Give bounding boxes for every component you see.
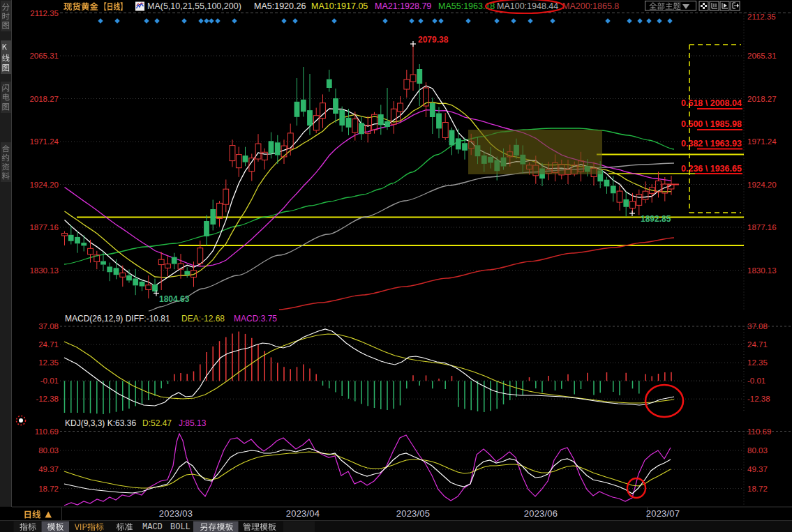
svg-text:110.69: 110.69 bbox=[747, 427, 771, 436]
svg-text:1971.24: 1971.24 bbox=[29, 137, 59, 146]
svg-text:1892.85: 1892.85 bbox=[641, 214, 671, 224]
svg-text:MA100:1948.44: MA100:1948.44 bbox=[497, 1, 558, 11]
svg-text:1830.13: 1830.13 bbox=[747, 266, 777, 275]
svg-text:J:85.13: J:85.13 bbox=[179, 418, 207, 428]
svg-text:2018.27: 2018.27 bbox=[29, 95, 59, 103]
svg-text:1971.24: 1971.24 bbox=[747, 137, 777, 146]
svg-text:1830.13: 1830.13 bbox=[29, 266, 59, 275]
svg-text:MACD(26,12,9) DIFF:-10.81: MACD(26,12,9) DIFF:-10.81 bbox=[65, 314, 170, 324]
svg-text:1877.16: 1877.16 bbox=[29, 223, 59, 231]
svg-text:18.72: 18.72 bbox=[747, 485, 768, 493]
svg-text:D:52.47: D:52.47 bbox=[142, 418, 172, 428]
svg-text:80.03: 80.03 bbox=[747, 446, 768, 455]
svg-text:MACD:3.75: MACD:3.75 bbox=[234, 314, 277, 324]
svg-text:MA200:1865.8: MA200:1865.8 bbox=[562, 1, 619, 11]
svg-text:2112.35: 2112.35 bbox=[30, 9, 59, 17]
svg-text:2018.27: 2018.27 bbox=[747, 95, 777, 103]
svg-text:2112.35: 2112.35 bbox=[747, 13, 776, 21]
svg-text:2023/07: 2023/07 bbox=[646, 508, 680, 519]
svg-text:12.35: 12.35 bbox=[38, 358, 59, 367]
svg-text:49.37: 49.37 bbox=[747, 465, 768, 473]
svg-text:-12.38: -12.38 bbox=[36, 395, 59, 403]
svg-text:2023/05: 2023/05 bbox=[396, 508, 430, 519]
svg-text:1924.20: 1924.20 bbox=[747, 181, 777, 189]
svg-text:2065.31: 2065.31 bbox=[29, 52, 59, 60]
svg-text:37.08: 37.08 bbox=[747, 322, 768, 330]
svg-text:49.37: 49.37 bbox=[38, 465, 59, 473]
svg-text:24.71: 24.71 bbox=[747, 340, 768, 349]
svg-text:0.618 \ 2008.04: 0.618 \ 2008.04 bbox=[681, 98, 742, 108]
svg-text:1804.63: 1804.63 bbox=[159, 294, 190, 304]
svg-text:MA(5,10,21,55,100,200): MA(5,10,21,55,100,200) bbox=[147, 1, 241, 11]
svg-text:-0.01: -0.01 bbox=[747, 377, 765, 385]
svg-text:DEA:-12.68: DEA:-12.68 bbox=[181, 314, 225, 324]
svg-text:BOLL: BOLL bbox=[170, 522, 190, 532]
svg-text:-12.38: -12.38 bbox=[747, 395, 770, 403]
svg-text:MACD: MACD bbox=[142, 522, 163, 532]
svg-text:80.03: 80.03 bbox=[38, 446, 59, 455]
svg-text:110.69: 110.69 bbox=[35, 427, 59, 436]
svg-text:0.382 \ 1963.93: 0.382 \ 1963.93 bbox=[681, 139, 742, 149]
svg-text:37.08: 37.08 bbox=[38, 322, 59, 330]
svg-text:18.72: 18.72 bbox=[38, 485, 59, 493]
svg-text:MA5:1920.26: MA5:1920.26 bbox=[254, 1, 306, 11]
svg-text:2023/04: 2023/04 bbox=[286, 508, 320, 519]
svg-text:2023/06: 2023/06 bbox=[524, 508, 558, 519]
svg-text:2065.31: 2065.31 bbox=[747, 52, 777, 60]
svg-text:-0.01: -0.01 bbox=[40, 377, 59, 385]
svg-text:2023/03: 2023/03 bbox=[159, 508, 193, 519]
svg-text:24.71: 24.71 bbox=[38, 340, 59, 349]
svg-text:0.500 \ 1985.98: 0.500 \ 1985.98 bbox=[681, 119, 742, 129]
svg-text:MA10:1917.05: MA10:1917.05 bbox=[311, 1, 368, 11]
svg-text:12.35: 12.35 bbox=[747, 358, 768, 367]
svg-text:2079.38: 2079.38 bbox=[418, 35, 449, 45]
svg-text:MA21:1928.79: MA21:1928.79 bbox=[375, 1, 431, 11]
svg-text:1877.16: 1877.16 bbox=[747, 223, 777, 231]
svg-text:0.236 \ 1936.65: 0.236 \ 1936.65 bbox=[681, 164, 742, 174]
svg-text:1924.20: 1924.20 bbox=[29, 181, 59, 189]
svg-text:MA55:1963.18: MA55:1963.18 bbox=[438, 1, 495, 11]
svg-text:KDJ(9,3,3) K:63.36: KDJ(9,3,3) K:63.36 bbox=[65, 418, 136, 428]
